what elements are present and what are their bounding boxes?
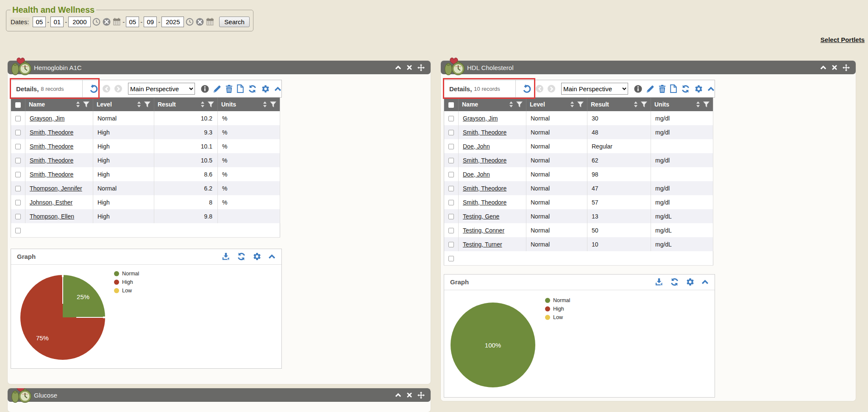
patient-name-link[interactable]: Testing, Gene (463, 213, 499, 220)
row-checkbox[interactable] (448, 158, 454, 163)
patient-name-link[interactable]: Testing, Turner (463, 241, 502, 248)
select-portlets-link[interactable]: Select Portlets (821, 36, 865, 43)
clear-icon[interactable] (196, 18, 204, 26)
row-checkbox[interactable] (15, 214, 21, 219)
date-to-year-input[interactable] (161, 17, 184, 27)
download-icon[interactable] (655, 278, 663, 286)
filter-icon[interactable] (144, 101, 150, 107)
calendar-icon[interactable] (113, 18, 121, 26)
next-icon[interactable] (548, 85, 555, 92)
download-icon[interactable] (222, 252, 230, 261)
patient-name-link[interactable]: Doe, John (463, 171, 490, 178)
filter-icon[interactable] (516, 101, 523, 107)
row-checkbox[interactable] (448, 172, 454, 177)
undo-icon[interactable] (89, 84, 98, 93)
refresh-icon[interactable] (681, 84, 690, 93)
chevron-up-icon[interactable] (274, 87, 281, 91)
sort-icon[interactable] (200, 101, 205, 107)
clear-icon[interactable] (103, 18, 111, 26)
patient-name-link[interactable]: Smith, Theodore (30, 157, 73, 164)
filter-icon[interactable] (641, 101, 647, 107)
trash-icon[interactable] (225, 85, 233, 93)
refresh-icon[interactable] (248, 84, 257, 93)
patient-name-link[interactable]: Doe, John (463, 143, 490, 150)
pencil-icon[interactable] (213, 85, 221, 93)
filter-icon[interactable] (577, 101, 584, 107)
search-button[interactable]: Search (219, 17, 250, 27)
date-to-month-input[interactable] (126, 17, 139, 27)
patient-name-link[interactable]: Grayson, Jim (30, 115, 64, 122)
row-checkbox[interactable] (448, 200, 454, 205)
gear-icon[interactable] (261, 84, 270, 93)
perspective-select[interactable]: Main Perspective (128, 83, 195, 95)
sort-icon[interactable] (634, 101, 638, 107)
move-icon[interactable] (843, 64, 850, 71)
filter-icon[interactable] (83, 101, 89, 107)
patient-name-link[interactable]: Thompson, Ellen (30, 213, 74, 220)
row-checkbox[interactable] (15, 130, 21, 135)
refresh-icon[interactable] (670, 277, 679, 286)
row-checkbox[interactable] (448, 144, 454, 149)
info-icon[interactable] (634, 85, 642, 93)
row-checkbox[interactable] (448, 242, 454, 247)
row-checkbox[interactable] (448, 130, 454, 135)
close-icon[interactable] (407, 392, 412, 398)
pencil-icon[interactable] (646, 85, 654, 93)
undo-icon[interactable] (522, 84, 531, 93)
chevron-up-icon[interactable] (268, 254, 275, 259)
patient-name-link[interactable]: Thompson, Jennifer (30, 185, 82, 192)
row-checkbox[interactable] (448, 256, 454, 261)
info-icon[interactable] (201, 85, 209, 93)
prev-icon[interactable] (536, 85, 543, 92)
patient-name-link[interactable]: Smith, Theodore (30, 129, 73, 136)
close-icon[interactable] (407, 65, 412, 70)
row-checkbox[interactable] (448, 214, 454, 219)
sort-icon[interactable] (570, 101, 574, 107)
row-checkbox[interactable] (15, 200, 21, 205)
chevron-up-icon[interactable] (701, 280, 709, 284)
sort-icon[interactable] (696, 101, 700, 107)
gear-icon[interactable] (694, 84, 703, 93)
select-all-checkbox[interactable] (15, 102, 21, 108)
filter-icon[interactable] (703, 101, 709, 107)
refresh-icon[interactable] (237, 252, 246, 261)
collapse-icon[interactable] (395, 65, 401, 70)
move-icon[interactable] (417, 64, 425, 71)
date-to-day-input[interactable] (144, 17, 157, 27)
sort-icon[interactable] (137, 101, 141, 107)
select-all-checkbox[interactable] (448, 102, 454, 108)
patient-name-link[interactable]: Johnson, Esther (30, 199, 72, 206)
row-checkbox[interactable] (448, 186, 454, 191)
row-checkbox[interactable] (448, 228, 454, 233)
chevron-up-icon[interactable] (707, 87, 715, 91)
page-icon[interactable] (670, 84, 677, 93)
sort-icon[interactable] (509, 101, 513, 107)
sort-icon[interactable] (263, 101, 267, 107)
date-from-year-input[interactable] (68, 17, 91, 27)
sort-icon[interactable] (76, 101, 80, 107)
date-from-month-input[interactable] (33, 17, 46, 27)
row-checkbox[interactable] (15, 228, 21, 233)
row-checkbox[interactable] (15, 186, 21, 191)
prev-icon[interactable] (103, 85, 110, 92)
patient-name-link[interactable]: Grayson, Jim (463, 115, 498, 122)
date-from-day-input[interactable] (50, 17, 64, 27)
filter-icon[interactable] (208, 101, 214, 107)
clock-icon[interactable] (186, 18, 194, 26)
clock-icon[interactable] (92, 18, 100, 26)
page-icon[interactable] (237, 84, 244, 93)
row-checkbox[interactable] (15, 172, 21, 177)
row-checkbox[interactable] (448, 116, 454, 121)
patient-name-link[interactable]: Smith, Theodore (463, 157, 506, 164)
calendar-icon[interactable] (206, 18, 214, 26)
patient-name-link[interactable]: Smith, Theodore (463, 199, 506, 206)
close-icon[interactable] (832, 65, 837, 70)
gear-icon[interactable] (686, 277, 695, 286)
patient-name-link[interactable]: Smith, Theodore (30, 171, 73, 178)
collapse-icon[interactable] (395, 393, 401, 397)
trash-icon[interactable] (659, 85, 666, 93)
row-checkbox[interactable] (15, 144, 21, 149)
row-checkbox[interactable] (15, 158, 21, 163)
patient-name-link[interactable]: Smith, Theodore (30, 143, 73, 150)
patient-name-link[interactable]: Smith, Theodore (463, 129, 506, 136)
